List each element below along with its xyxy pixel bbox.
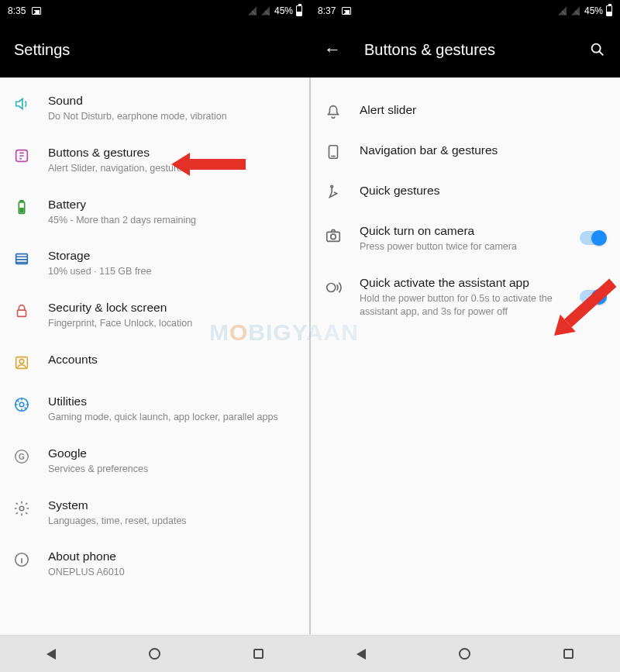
header-buttons-gestures: ← Buttons & gestures xyxy=(310,22,620,78)
row-subtitle: 45% - More than 2 days remaining xyxy=(48,214,296,227)
quick-gestures-icon xyxy=(324,183,343,202)
row-subtitle: Press power button twice for camera xyxy=(360,240,555,253)
svg-point-12 xyxy=(19,506,24,511)
nav-home-button[interactable] xyxy=(459,648,470,660)
row-subtitle: Alert Slider, navigation, gestures xyxy=(48,162,296,175)
settings-row-buttons-gestures[interactable]: Buttons & gestures Alert Slider, navigat… xyxy=(0,134,310,186)
settings-row-storage[interactable]: Storage 10% used · 115 GB free xyxy=(0,237,310,289)
row-title: Quick gestures xyxy=(360,183,606,199)
row-navigation-bar-gestures[interactable]: Navigation bar & gestures xyxy=(310,132,620,172)
svg-rect-3 xyxy=(19,208,24,212)
alert-slider-icon xyxy=(324,102,343,121)
svg-point-14 xyxy=(592,44,601,53)
row-title: Google xyxy=(48,446,296,462)
navigation-bar xyxy=(0,635,310,672)
row-title: Buttons & gestures xyxy=(48,145,296,161)
navigation-bar xyxy=(310,635,620,672)
battery-icon xyxy=(606,5,612,16)
navbar-icon xyxy=(324,143,343,161)
watermark: MOBIGYAAN xyxy=(209,319,359,346)
page-title: Settings xyxy=(14,41,70,59)
row-subtitle: 10% used · 115 GB free xyxy=(48,265,296,278)
settings-row-google[interactable]: G Google Services & preferences xyxy=(0,435,310,487)
nav-back-button[interactable] xyxy=(46,649,56,660)
settings-row-battery[interactable]: Battery 45% - More than 2 days remaining xyxy=(0,186,310,238)
no-sim-icon xyxy=(571,7,580,16)
toggle-quick-camera[interactable] xyxy=(580,231,606,245)
row-title: Quick turn on camera xyxy=(360,223,555,240)
row-subtitle: Languages, time, reset, updates xyxy=(48,515,296,528)
svg-point-19 xyxy=(327,283,336,291)
no-sim-icon xyxy=(261,7,270,16)
toggle-quick-assistant[interactable] xyxy=(580,290,606,304)
about-icon xyxy=(12,550,31,569)
accounts-icon xyxy=(12,353,31,372)
svg-point-9 xyxy=(19,402,24,407)
row-alert-slider[interactable]: Alert slider xyxy=(310,91,620,132)
row-title: Battery xyxy=(48,197,296,213)
status-bar: 8:35 45% xyxy=(0,0,310,22)
svg-rect-5 xyxy=(18,310,26,316)
row-subtitle: Services & preferences xyxy=(48,463,296,476)
row-subtitle: Do Not Disturb, earphone mode, vibration xyxy=(48,110,296,123)
settings-row-sound[interactable]: Sound Do Not Disturb, earphone mode, vib… xyxy=(0,82,310,134)
status-bar: 8:37 45% xyxy=(310,0,620,22)
image-icon xyxy=(342,7,351,15)
row-quick-turn-on-camera[interactable]: Quick turn on camera Press power button … xyxy=(310,212,620,264)
row-title: Storage xyxy=(48,248,296,264)
settings-row-system[interactable]: System Languages, time, reset, updates xyxy=(0,487,310,539)
svg-point-7 xyxy=(19,359,24,364)
svg-text:G: G xyxy=(19,452,25,460)
status-battery-pct: 45% xyxy=(584,5,603,16)
screen-divider xyxy=(309,76,311,635)
google-icon: G xyxy=(12,447,31,466)
status-time: 8:37 xyxy=(318,5,336,16)
settings-row-utilities[interactable]: Utilities Gaming mode, quick launch, app… xyxy=(0,383,310,435)
status-battery-pct: 45% xyxy=(274,5,293,16)
settings-row-about[interactable]: About phone ONEPLUS A6010 xyxy=(0,538,310,590)
no-sim-icon xyxy=(248,7,257,16)
back-button[interactable]: ← xyxy=(324,40,341,60)
row-title: Alert slider xyxy=(360,102,606,119)
row-subtitle: ONEPLUS A6010 xyxy=(48,566,296,579)
svg-rect-2 xyxy=(20,200,23,202)
row-title: Sound xyxy=(48,93,296,109)
svg-rect-17 xyxy=(327,232,340,241)
settings-list[interactable]: Sound Do Not Disturb, earphone mode, vib… xyxy=(0,78,310,635)
header-settings: Settings xyxy=(0,22,310,78)
utilities-icon xyxy=(12,395,31,414)
nav-back-button[interactable] xyxy=(356,649,366,660)
system-icon xyxy=(12,499,31,518)
row-title: Accounts xyxy=(48,352,296,368)
row-subtitle: Gaming mode, quick launch, app locker, p… xyxy=(48,411,296,424)
battery-icon xyxy=(296,5,302,16)
row-title: System xyxy=(48,498,296,514)
image-icon xyxy=(32,7,41,15)
buttons-gestures-list[interactable]: Alert slider Navigation bar & gestures Q… xyxy=(310,78,620,635)
row-subtitle: Hold the power button for 0.5s to activa… xyxy=(360,292,555,319)
row-title: Utilities xyxy=(48,394,296,410)
svg-point-18 xyxy=(331,234,336,239)
row-quick-gestures[interactable]: Quick gestures xyxy=(310,172,620,212)
search-icon[interactable] xyxy=(589,41,606,58)
assistant-icon xyxy=(324,278,343,297)
nav-recents-button[interactable] xyxy=(253,649,264,659)
nav-recents-button[interactable] xyxy=(563,649,574,659)
row-title: About phone xyxy=(48,549,296,565)
sound-icon xyxy=(12,95,31,113)
no-sim-icon xyxy=(558,7,567,16)
status-time: 8:35 xyxy=(8,5,26,16)
row-title: Quick activate the assistant app xyxy=(360,275,555,291)
buttons-icon xyxy=(12,146,31,165)
settings-row-accounts[interactable]: Accounts xyxy=(0,341,310,383)
nav-home-button[interactable] xyxy=(149,648,160,660)
row-title: Security & lock screen xyxy=(48,300,296,316)
camera-icon xyxy=(324,226,343,245)
page-title: Buttons & gestures xyxy=(364,41,495,59)
security-icon xyxy=(12,302,31,320)
row-title: Navigation bar & gestures xyxy=(360,143,606,159)
storage-icon xyxy=(12,250,31,268)
battery-icon xyxy=(12,198,31,217)
